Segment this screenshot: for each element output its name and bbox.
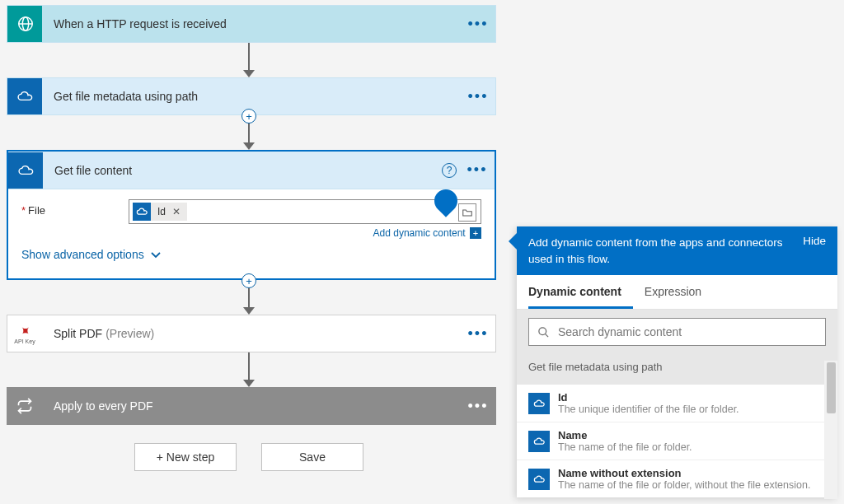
hide-panel-link[interactable]: Hide	[788, 235, 826, 247]
new-step-button[interactable]: + New step	[134, 443, 237, 471]
step-title: Get file metadata using path	[42, 90, 461, 103]
step-title: Get file content	[43, 164, 442, 177]
search-input[interactable]	[558, 325, 825, 338]
onedrive-icon	[133, 203, 151, 221]
search-dynamic-content[interactable]	[528, 318, 826, 346]
dynamic-item-id[interactable]: IdThe unique identifier of the file or f…	[517, 385, 837, 422]
plus-icon: +	[470, 227, 481, 239]
dynamic-token-id[interactable]: Id ✕	[133, 203, 187, 221]
add-dynamic-content-link[interactable]: Add dynamic content +	[129, 227, 481, 239]
tab-expression[interactable]: Expression	[645, 275, 713, 309]
step-get-file-content: Get file content ? ••• *File Id ✕	[7, 150, 496, 280]
api-key-icon: ✦ API Key	[7, 315, 42, 352]
dynamic-section-title: Get file metadata using path	[517, 354, 837, 385]
step-title: Apply to every PDF	[42, 399, 461, 413]
onedrive-icon	[7, 78, 42, 114]
show-advanced-options-link[interactable]: Show advanced options	[21, 248, 161, 261]
dynamic-item-name-no-ext[interactable]: Name without extensionThe name of the fi…	[517, 460, 837, 497]
flow-connector	[0, 352, 498, 387]
dynamic-item-name[interactable]: NameThe name of the file or folder.	[517, 422, 837, 460]
svg-line-4	[545, 334, 548, 337]
step-apply-to-each[interactable]: Apply to every PDF •••	[7, 387, 496, 425]
teardrop-icon	[429, 184, 462, 217]
ellipsis-menu-icon[interactable]: •••	[461, 16, 495, 33]
folder-picker-icon[interactable]	[458, 203, 476, 222]
loop-icon	[7, 388, 42, 424]
ellipsis-menu-icon[interactable]: •••	[461, 88, 495, 105]
scrollbar[interactable]	[824, 361, 837, 499]
search-icon	[537, 326, 550, 338]
step-split-pdf[interactable]: ✦ API Key Split PDF (Preview) •••	[7, 315, 496, 352]
save-button[interactable]: Save	[261, 443, 363, 471]
add-action-button[interactable]: +	[241, 109, 256, 124]
svg-point-3	[539, 328, 546, 335]
step-http-request[interactable]: When a HTTP request is received •••	[7, 5, 496, 43]
remove-token-icon[interactable]: ✕	[172, 206, 187, 217]
help-icon[interactable]: ?	[442, 163, 457, 178]
tab-dynamic-content[interactable]: Dynamic content	[528, 275, 633, 309]
onedrive-icon	[528, 469, 550, 490]
dynamic-content-panel: Add dynamic content from the apps and co…	[517, 226, 837, 497]
flow-connector	[0, 43, 498, 77]
onedrive-icon	[528, 431, 550, 452]
ellipsis-menu-icon[interactable]: •••	[461, 325, 495, 343]
ellipsis-menu-icon[interactable]: •••	[460, 161, 495, 179]
step-header[interactable]: Get file content ? •••	[8, 152, 495, 189]
add-action-button[interactable]: +	[241, 273, 256, 288]
ellipsis-menu-icon[interactable]: •••	[461, 398, 495, 415]
onedrive-icon	[528, 393, 550, 414]
step-title: When a HTTP request is received	[42, 17, 461, 30]
onedrive-icon	[8, 152, 43, 189]
panel-caret-icon	[509, 233, 517, 250]
step-title: Split PDF (Preview)	[42, 327, 461, 340]
file-input[interactable]: Id ✕	[129, 199, 481, 224]
dynamic-panel-header-text: Add dynamic content from the apps and co…	[528, 235, 788, 267]
globe-icon	[7, 6, 42, 42]
field-label-file: *File	[21, 199, 129, 217]
